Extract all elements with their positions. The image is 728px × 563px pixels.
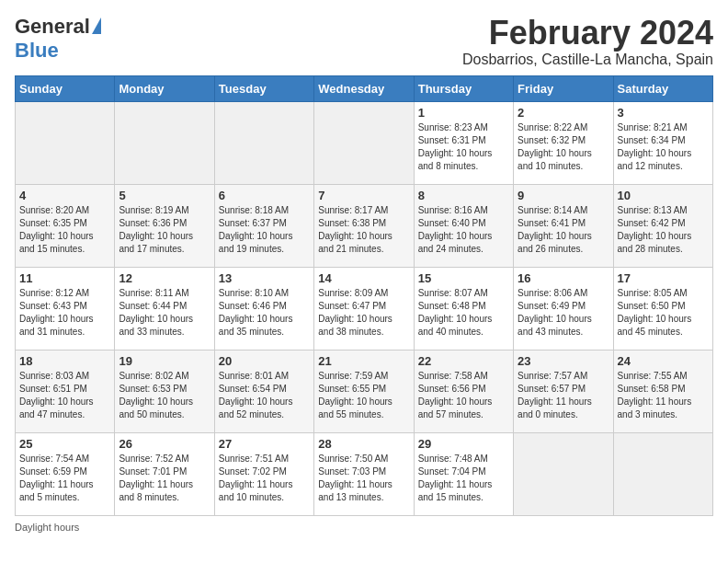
calendar-cell: 10Sunrise: 8:13 AM Sunset: 6:42 PM Dayli… bbox=[613, 184, 712, 267]
day-number: 26 bbox=[119, 437, 210, 451]
day-number: 29 bbox=[418, 437, 509, 451]
day-number: 18 bbox=[19, 354, 110, 368]
calendar-cell bbox=[214, 101, 313, 184]
calendar-cell: 22Sunrise: 7:58 AM Sunset: 6:56 PM Dayli… bbox=[414, 350, 513, 432]
calendar-cell: 4Sunrise: 8:20 AM Sunset: 6:35 PM Daylig… bbox=[16, 184, 115, 267]
day-info: Sunrise: 8:01 AM Sunset: 6:54 PM Dayligh… bbox=[219, 370, 310, 421]
calendar-cell: 5Sunrise: 8:19 AM Sunset: 6:36 PM Daylig… bbox=[115, 184, 214, 267]
header-day-friday: Friday bbox=[514, 75, 613, 101]
page-header: General Blue February 2024 Dosbarrios, C… bbox=[15, 15, 713, 68]
header-day-thursday: Thursday bbox=[414, 75, 513, 101]
day-number: 1 bbox=[418, 106, 509, 120]
calendar-cell bbox=[514, 432, 613, 515]
calendar-week-row: 18Sunrise: 8:03 AM Sunset: 6:51 PM Dayli… bbox=[16, 350, 713, 432]
calendar-cell: 21Sunrise: 7:59 AM Sunset: 6:55 PM Dayli… bbox=[314, 350, 414, 432]
day-number: 14 bbox=[318, 271, 409, 285]
day-info: Sunrise: 8:19 AM Sunset: 6:36 PM Dayligh… bbox=[119, 204, 210, 256]
footer-note: Daylight hours bbox=[15, 522, 713, 533]
day-number: 23 bbox=[518, 354, 609, 368]
day-number: 2 bbox=[518, 106, 609, 120]
day-number: 10 bbox=[618, 189, 709, 202]
calendar-table: SundayMondayTuesdayWednesdayThursdayFrid… bbox=[15, 75, 713, 516]
day-number: 9 bbox=[518, 189, 609, 202]
day-number: 5 bbox=[119, 189, 210, 202]
calendar-cell: 13Sunrise: 8:10 AM Sunset: 6:46 PM Dayli… bbox=[214, 267, 313, 350]
calendar-cell bbox=[16, 101, 115, 184]
day-info: Sunrise: 7:50 AM Sunset: 7:03 PM Dayligh… bbox=[318, 453, 409, 504]
calendar-cell: 1Sunrise: 8:23 AM Sunset: 6:31 PM Daylig… bbox=[414, 101, 513, 184]
day-number: 16 bbox=[518, 271, 609, 285]
day-number: 3 bbox=[618, 106, 709, 120]
calendar-cell: 2Sunrise: 8:22 AM Sunset: 6:32 PM Daylig… bbox=[514, 101, 613, 184]
calendar-cell: 28Sunrise: 7:50 AM Sunset: 7:03 PM Dayli… bbox=[314, 432, 414, 515]
calendar-week-row: 4Sunrise: 8:20 AM Sunset: 6:35 PM Daylig… bbox=[16, 184, 713, 267]
calendar-cell bbox=[115, 101, 214, 184]
calendar-cell: 29Sunrise: 7:48 AM Sunset: 7:04 PM Dayli… bbox=[414, 432, 513, 515]
day-info: Sunrise: 8:13 AM Sunset: 6:42 PM Dayligh… bbox=[618, 204, 709, 256]
day-info: Sunrise: 8:14 AM Sunset: 6:41 PM Dayligh… bbox=[518, 204, 609, 256]
calendar-cell: 14Sunrise: 8:09 AM Sunset: 6:47 PM Dayli… bbox=[314, 267, 414, 350]
day-number: 6 bbox=[219, 189, 310, 202]
calendar-cell: 3Sunrise: 8:21 AM Sunset: 6:34 PM Daylig… bbox=[613, 101, 712, 184]
day-info: Sunrise: 8:11 AM Sunset: 6:44 PM Dayligh… bbox=[119, 287, 210, 339]
day-info: Sunrise: 7:58 AM Sunset: 6:56 PM Dayligh… bbox=[418, 370, 509, 421]
calendar-cell bbox=[613, 432, 712, 515]
calendar-header-row: SundayMondayTuesdayWednesdayThursdayFrid… bbox=[16, 75, 713, 101]
day-info: Sunrise: 7:54 AM Sunset: 6:59 PM Dayligh… bbox=[19, 453, 110, 504]
day-number: 19 bbox=[119, 354, 210, 368]
header-day-saturday: Saturday bbox=[613, 75, 712, 101]
day-info: Sunrise: 8:23 AM Sunset: 6:31 PM Dayligh… bbox=[418, 121, 509, 173]
day-info: Sunrise: 7:48 AM Sunset: 7:04 PM Dayligh… bbox=[418, 453, 509, 504]
header-day-monday: Monday bbox=[115, 75, 214, 101]
day-number: 22 bbox=[418, 354, 509, 368]
day-number: 27 bbox=[219, 437, 310, 451]
day-number: 12 bbox=[119, 271, 210, 285]
day-number: 13 bbox=[219, 271, 310, 285]
calendar-cell: 16Sunrise: 8:06 AM Sunset: 6:49 PM Dayli… bbox=[514, 267, 613, 350]
day-info: Sunrise: 7:55 AM Sunset: 6:58 PM Dayligh… bbox=[618, 370, 709, 421]
calendar-cell: 6Sunrise: 8:18 AM Sunset: 6:37 PM Daylig… bbox=[214, 184, 313, 267]
calendar-cell: 18Sunrise: 8:03 AM Sunset: 6:51 PM Dayli… bbox=[16, 350, 115, 432]
day-info: Sunrise: 8:16 AM Sunset: 6:40 PM Dayligh… bbox=[418, 204, 509, 256]
day-number: 21 bbox=[318, 354, 409, 368]
day-number: 17 bbox=[618, 271, 709, 285]
day-info: Sunrise: 8:02 AM Sunset: 6:53 PM Dayligh… bbox=[119, 370, 210, 421]
calendar-cell: 24Sunrise: 7:55 AM Sunset: 6:58 PM Dayli… bbox=[613, 350, 712, 432]
day-number: 25 bbox=[19, 437, 110, 451]
logo-general-text: General bbox=[15, 15, 90, 39]
day-info: Sunrise: 8:10 AM Sunset: 6:46 PM Dayligh… bbox=[219, 287, 310, 339]
day-info: Sunrise: 7:57 AM Sunset: 6:57 PM Dayligh… bbox=[518, 370, 609, 421]
calendar-cell: 8Sunrise: 8:16 AM Sunset: 6:40 PM Daylig… bbox=[414, 184, 513, 267]
calendar-cell: 26Sunrise: 7:52 AM Sunset: 7:01 PM Dayli… bbox=[115, 432, 214, 515]
day-number: 24 bbox=[618, 354, 709, 368]
day-number: 15 bbox=[418, 271, 509, 285]
calendar-cell: 15Sunrise: 8:07 AM Sunset: 6:48 PM Dayli… bbox=[414, 267, 513, 350]
day-info: Sunrise: 8:03 AM Sunset: 6:51 PM Dayligh… bbox=[19, 370, 110, 421]
calendar-cell: 9Sunrise: 8:14 AM Sunset: 6:41 PM Daylig… bbox=[514, 184, 613, 267]
calendar-cell bbox=[314, 101, 414, 184]
header-day-sunday: Sunday bbox=[16, 75, 115, 101]
day-number: 7 bbox=[318, 189, 409, 202]
calendar-cell: 20Sunrise: 8:01 AM Sunset: 6:54 PM Dayli… bbox=[214, 350, 313, 432]
calendar-cell: 19Sunrise: 8:02 AM Sunset: 6:53 PM Dayli… bbox=[115, 350, 214, 432]
calendar-week-row: 11Sunrise: 8:12 AM Sunset: 6:43 PM Dayli… bbox=[16, 267, 713, 350]
day-number: 11 bbox=[19, 271, 110, 285]
calendar-subtitle: Dosbarrios, Castille-La Mancha, Spain bbox=[462, 52, 713, 68]
day-number: 4 bbox=[19, 189, 110, 202]
calendar-cell: 11Sunrise: 8:12 AM Sunset: 6:43 PM Dayli… bbox=[16, 267, 115, 350]
calendar-cell: 23Sunrise: 7:57 AM Sunset: 6:57 PM Dayli… bbox=[514, 350, 613, 432]
day-info: Sunrise: 8:07 AM Sunset: 6:48 PM Dayligh… bbox=[418, 287, 509, 339]
day-info: Sunrise: 8:17 AM Sunset: 6:38 PM Dayligh… bbox=[318, 204, 409, 256]
day-info: Sunrise: 8:12 AM Sunset: 6:43 PM Dayligh… bbox=[19, 287, 110, 339]
calendar-week-row: 25Sunrise: 7:54 AM Sunset: 6:59 PM Dayli… bbox=[16, 432, 713, 515]
day-info: Sunrise: 8:20 AM Sunset: 6:35 PM Dayligh… bbox=[19, 204, 110, 256]
calendar-title: February 2024 bbox=[462, 15, 713, 52]
logo-blue-text: Blue bbox=[15, 39, 59, 63]
day-info: Sunrise: 8:18 AM Sunset: 6:37 PM Dayligh… bbox=[219, 204, 310, 256]
day-info: Sunrise: 8:22 AM Sunset: 6:32 PM Dayligh… bbox=[518, 121, 609, 173]
calendar-cell: 27Sunrise: 7:51 AM Sunset: 7:02 PM Dayli… bbox=[214, 432, 313, 515]
day-info: Sunrise: 8:06 AM Sunset: 6:49 PM Dayligh… bbox=[518, 287, 609, 339]
calendar-cell: 12Sunrise: 8:11 AM Sunset: 6:44 PM Dayli… bbox=[115, 267, 214, 350]
day-number: 20 bbox=[219, 354, 310, 368]
day-info: Sunrise: 8:21 AM Sunset: 6:34 PM Dayligh… bbox=[618, 121, 709, 173]
